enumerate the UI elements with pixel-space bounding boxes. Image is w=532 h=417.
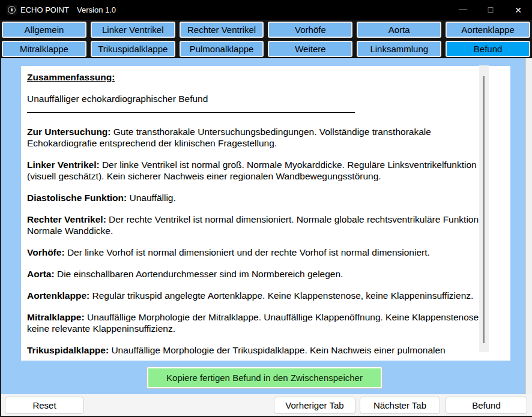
report-paragraph: Mitralklappe: Unauffällige Morphologie d… <box>27 311 492 334</box>
app-title: ECHO POINT <box>20 0 69 20</box>
tab-row-1: AllgemeinLinker VentrikelRechter Ventrik… <box>2 22 530 38</box>
tab-aortenklappe[interactable]: Aortenklappe <box>446 22 530 38</box>
tab-trikuspidalklappe[interactable]: Trikuspidalklappe <box>91 41 175 57</box>
close-icon: ✕ <box>515 5 522 15</box>
window-left-edge <box>0 58 1 416</box>
tab-befund[interactable]: Befund <box>446 41 530 57</box>
tab-pulmonalklappe[interactable]: Pulmonalklappe <box>180 41 264 57</box>
close-button[interactable]: ✕ <box>504 0 532 20</box>
minimize-icon: — <box>459 4 467 14</box>
tab-rechter-ventrikel[interactable]: Rechter Ventrikel <box>180 22 264 38</box>
report-paragraph: Aortenklappe: Regulär trikuspid angelegt… <box>27 290 492 301</box>
report-paragraph: Zur Untersuchung: Gute transthorakale Un… <box>27 126 492 149</box>
befund-button[interactable]: Befund <box>446 397 527 414</box>
report-divider <box>27 112 355 113</box>
report-paragraph: Aorta: Die einschallbaren Aortendurchmes… <box>27 268 492 280</box>
report-paragraph: Unauffälliger echokardiographischer Befu… <box>27 93 492 104</box>
report-paragraph: Diastolische Funktion: Unauffällig. <box>27 192 492 203</box>
right-edge-gutter <box>525 58 532 394</box>
copy-report-button[interactable]: Kopiere fertigen Befund in den Zwischens… <box>147 367 382 388</box>
tab-linksammlung[interactable]: Linksammlung <box>357 41 441 57</box>
bottom-bar: Reset Vorheriger Tab Nächster Tab Befund <box>0 394 532 417</box>
app-logo-icon <box>7 5 17 15</box>
tab-linker-ventrikel[interactable]: Linker Ventrikel <box>91 22 175 38</box>
report-paragraph: Vorhöfe: Der linke Vorhof ist normal dim… <box>27 247 492 258</box>
app-version: Version 1.0 <box>77 0 116 20</box>
report-textarea[interactable]: Zusammenfassung:Unauffälliger echokardio… <box>21 66 510 361</box>
tab-vorhofe[interactable]: Vorhöfe <box>268 22 352 38</box>
tab-bar: AllgemeinLinker VentrikelRechter Ventrik… <box>0 20 532 58</box>
tab-mitralklappe[interactable]: Mitralklappe <box>2 41 86 57</box>
tab-aorta[interactable]: Aorta <box>357 22 441 38</box>
tab-weitere[interactable]: Weitere <box>268 41 352 57</box>
minimize-button[interactable]: — <box>449 0 477 20</box>
report-scrollbar-thumb[interactable] <box>483 76 485 343</box>
titlebar: ECHO POINT Version 1.0 — ☐ ✕ <box>0 0 532 20</box>
report-scrollbar[interactable] <box>479 65 489 352</box>
tab-allgemein[interactable]: Allgemein <box>2 22 86 38</box>
main-panel: Zusammenfassung:Unauffälliger echokardio… <box>0 58 532 394</box>
report-paragraph: Linker Ventrikel: Der linke Ventrikel is… <box>27 159 492 182</box>
maximize-button[interactable]: ☐ <box>477 0 504 20</box>
next-tab-button[interactable]: Nächster Tab <box>360 397 440 414</box>
app-window: ECHO POINT Version 1.0 — ☐ ✕ AllgemeinLi… <box>0 0 532 417</box>
maximize-icon: ☐ <box>488 6 494 14</box>
report-paragraph: Trikuspidalklappe: Unauffällige Morpholo… <box>27 344 492 356</box>
tab-row-2: MitralklappeTrikuspidalklappePulmonalkla… <box>2 41 530 57</box>
report-paragraph: Zusammenfassung: <box>27 71 492 83</box>
window-controls: — ☐ ✕ <box>449 0 532 20</box>
report-paragraph: Rechter Ventrikel: Der rechte Ventrikel … <box>27 214 492 236</box>
previous-tab-button[interactable]: Vorheriger Tab <box>274 397 355 414</box>
reset-button[interactable]: Reset <box>5 397 84 414</box>
